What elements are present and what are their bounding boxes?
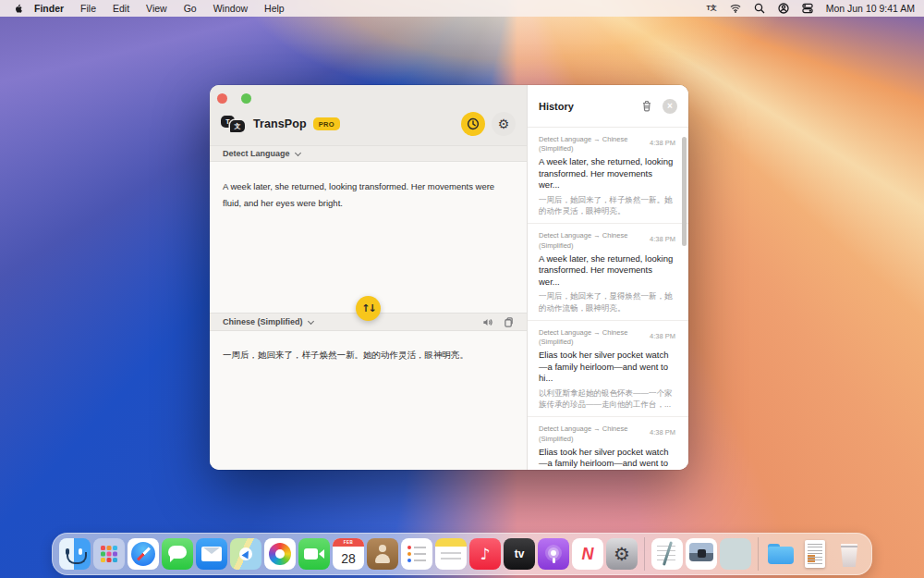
- chevron-down-icon: [308, 318, 314, 325]
- menu-item-edit[interactable]: Edit: [104, 3, 138, 14]
- history-panel: History × Detect Language → Chinese (Sim…: [527, 85, 688, 470]
- source-language-bar: Detect Language: [210, 145, 527, 162]
- translation-area[interactable]: 一周后，她回来了，样子焕然一新。她的动作灵活，眼神明亮。: [210, 332, 527, 470]
- dock-notes-icon[interactable]: [435, 538, 467, 570]
- window-titlebar[interactable]: T 文 TransPop PRO ⚙: [210, 85, 527, 145]
- speak-button[interactable]: [482, 317, 492, 327]
- history-entry-languages: Detect Language → Chinese (Simplified): [539, 231, 629, 250]
- dock-facetime-icon[interactable]: [298, 538, 330, 570]
- control-center-icon[interactable]: [802, 3, 813, 14]
- close-history-button[interactable]: ×: [663, 99, 677, 114]
- dock: FEB 28 tv N ⚙: [52, 533, 872, 575]
- history-title: History: [539, 101, 574, 112]
- history-entry[interactable]: Detect Language → Chinese (Simplified) 4…: [528, 320, 688, 416]
- history-entry-time: 4:38 PM: [650, 424, 675, 443]
- swap-languages-button[interactable]: ↑↓: [356, 296, 381, 321]
- transpop-window: T 文 TransPop PRO ⚙ Det: [210, 85, 688, 470]
- desktop-wallpaper: Finder File Edit View Go Window Help T文 …: [0, 0, 924, 578]
- dock-finder-icon[interactable]: [59, 538, 91, 570]
- history-entry-source: A week later, she returned, looking tran…: [539, 156, 675, 191]
- menu-item-window[interactable]: Window: [205, 3, 256, 14]
- history-entry-source: A week later, she returned, looking tran…: [539, 253, 675, 289]
- history-entry-time: 4:38 PM: [650, 231, 675, 250]
- dock-textedit-icon[interactable]: [651, 538, 683, 570]
- history-entry-languages: Detect Language → Chinese (Simplified): [539, 424, 629, 443]
- dock-downloads-folder-icon[interactable]: [765, 538, 796, 570]
- calendar-day-label: 28: [333, 547, 364, 570]
- menu-bar-clock[interactable]: Mon Jun 10 9:41 AM: [826, 3, 915, 14]
- search-icon[interactable]: [754, 3, 765, 14]
- history-entry-translation: 一周后，她回来了，样子焕然一新。她的动作灵活，眼神明亮。: [539, 194, 675, 217]
- clear-history-button[interactable]: [641, 100, 652, 112]
- source-language-selector[interactable]: Detect Language: [223, 149, 290, 158]
- history-entry-languages: Detect Language → Chinese (Simplified): [539, 328, 629, 347]
- close-window-button[interactable]: [217, 93, 227, 104]
- menu-item-help[interactable]: Help: [256, 3, 293, 14]
- history-header: History ×: [528, 85, 688, 128]
- swap-arrows-icon: ↑↓: [361, 302, 374, 314]
- translator-panel: T 文 TransPop PRO ⚙ Det: [210, 85, 527, 470]
- history-entry-source: Elias took her silver pocket watch—a fam…: [539, 350, 675, 385]
- dock-launchpad-icon[interactable]: [93, 538, 125, 570]
- dock-podcasts-icon[interactable]: [538, 538, 569, 570]
- dock-mail-icon[interactable]: [196, 538, 227, 570]
- dock-document-icon[interactable]: [799, 538, 831, 570]
- dock-photos-icon[interactable]: [264, 538, 296, 570]
- dock-music-icon[interactable]: [469, 538, 501, 570]
- menu-item-view[interactable]: View: [138, 3, 176, 14]
- user-circle-icon[interactable]: [778, 3, 789, 14]
- history-button[interactable]: [461, 112, 485, 136]
- dock-divider: [758, 537, 759, 571]
- dock-app-icon[interactable]: [720, 538, 751, 570]
- app-title: TransPop: [253, 117, 307, 130]
- translation-text: 一周后，她回来了，样子焕然一新。她的动作灵活，眼神明亮。: [210, 332, 527, 377]
- tv-logo-label: tv: [515, 547, 525, 560]
- wifi-icon[interactable]: [730, 3, 741, 14]
- apple-menu-icon[interactable]: [9, 3, 26, 15]
- dock-calendar-icon[interactable]: FEB 28: [333, 538, 364, 570]
- menu-item-file[interactable]: File: [72, 3, 104, 14]
- history-entry-translation: 一周后，她回来了，显得焕然一新，她的动作流畅，眼神明亮。: [539, 290, 675, 314]
- menu-bar: Finder File Edit View Go Window Help T文 …: [0, 0, 924, 17]
- history-entry-time: 4:38 PM: [650, 135, 675, 154]
- zoom-window-button[interactable]: [241, 93, 251, 104]
- source-text-area[interactable]: A week later, she returned, looking tran…: [210, 163, 527, 313]
- menu-item-finder[interactable]: Finder: [26, 3, 72, 14]
- calendar-month-label: FEB: [333, 538, 364, 547]
- copy-button[interactable]: [504, 317, 514, 327]
- dock-appletv-icon[interactable]: tv: [504, 538, 535, 570]
- history-list[interactable]: Detect Language → Chinese (Simplified) 4…: [528, 128, 688, 470]
- target-language-selector[interactable]: Chinese (Simplified): [223, 317, 303, 326]
- translate-status-icon[interactable]: T文: [706, 4, 716, 13]
- menu-item-go[interactable]: Go: [176, 3, 205, 14]
- dock-divider: [644, 537, 645, 571]
- history-entry-translation: 以利亚斯拿起她的银色怀表——一个家族传承的珍品——走向他的工作台，...: [539, 387, 675, 411]
- dock-news-icon[interactable]: N: [572, 538, 603, 570]
- dock-trash-icon[interactable]: [833, 538, 865, 570]
- history-entry[interactable]: Detect Language → Chinese (Simplified) 4…: [528, 223, 688, 319]
- news-logo-label: N: [582, 545, 594, 564]
- dock-safari-icon[interactable]: [128, 538, 159, 570]
- dock-reminders-icon[interactable]: [401, 538, 432, 570]
- history-scrollbar[interactable]: [682, 137, 687, 246]
- history-entry-languages: Detect Language → Chinese (Simplified): [539, 135, 629, 154]
- chevron-down-icon: [295, 150, 301, 156]
- dock-system-settings-icon[interactable]: ⚙: [606, 538, 638, 570]
- settings-button[interactable]: ⚙: [492, 112, 516, 136]
- transpop-logo-icon: T 文: [221, 114, 247, 134]
- dock-maps-icon[interactable]: [230, 538, 261, 570]
- gear-icon: ⚙: [498, 117, 510, 130]
- history-entry-source: Elias took her silver pocket watch—a fam…: [539, 447, 675, 470]
- history-entry[interactable]: Detect Language → Chinese (Simplified) 4…: [528, 128, 688, 223]
- gear-icon: ⚙: [614, 545, 630, 563]
- logo-bubble-wen: 文: [230, 120, 245, 132]
- dock-preview-icon[interactable]: [686, 538, 717, 570]
- dock-contacts-icon[interactable]: [367, 538, 398, 570]
- source-text[interactable]: A week later, she returned, looking tran…: [210, 163, 527, 227]
- pro-badge: PRO: [313, 117, 340, 130]
- dock-messages-icon[interactable]: [162, 538, 193, 570]
- history-entry-time: 4:38 PM: [650, 328, 675, 347]
- history-entry[interactable]: Detect Language → Chinese (Simplified) 4…: [528, 416, 688, 470]
